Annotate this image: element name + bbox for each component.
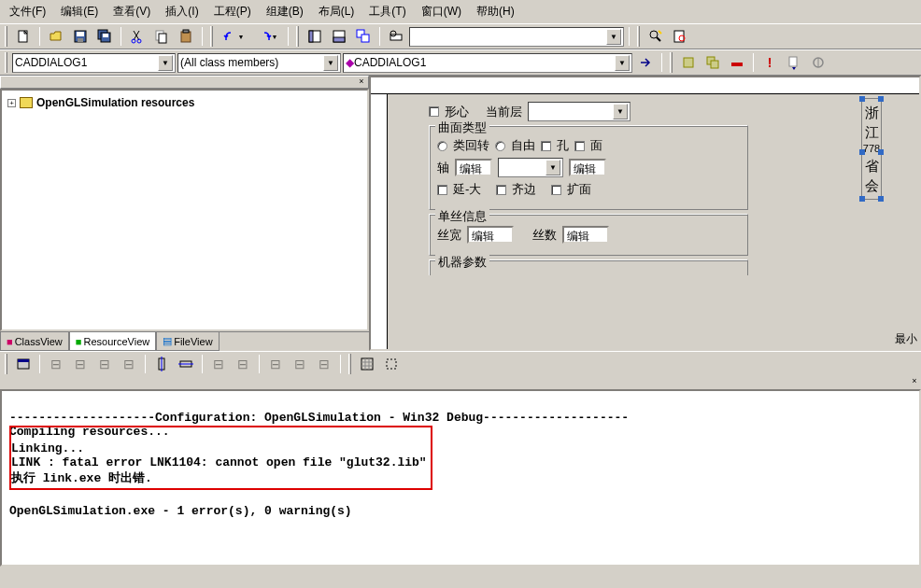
align-top-icon[interactable]: ⊟: [93, 354, 116, 374]
tab-fileview[interactable]: ▤FileView: [156, 332, 219, 351]
go-icon[interactable]: [783, 52, 805, 73]
menu-insert[interactable]: 插入(I): [160, 2, 204, 21]
resource-tree[interactable]: + OpenGLSimulation resources: [0, 89, 369, 331]
output-icon[interactable]: [328, 26, 350, 47]
menu-file[interactable]: 文件(F): [4, 2, 51, 21]
selection-handle[interactable]: [878, 196, 884, 202]
dropdown-arrow-icon[interactable]: ▼: [158, 55, 173, 71]
toolbar-grip[interactable]: [210, 26, 213, 47]
align-right-icon[interactable]: ⊟: [69, 354, 92, 374]
function-combo[interactable]: ◆ CADDIALOG1▼: [343, 53, 632, 73]
dropdown-arrow-icon[interactable]: ▼: [613, 104, 628, 119]
tab-classview[interactable]: ■ClassView: [0, 332, 69, 351]
menu-edit[interactable]: 编辑(E): [55, 2, 104, 21]
checkbox[interactable]: [551, 185, 561, 195]
menu-project[interactable]: 工程(P): [208, 2, 257, 21]
horizontal-ruler[interactable]: [371, 77, 919, 94]
goto-icon[interactable]: [634, 52, 657, 73]
dialog-preview[interactable]: 形心 当前层 ▼ 曲面类型 类回转 自由 孔 面 轴 编辑 ▼: [425, 94, 752, 283]
checkbox[interactable]: [496, 185, 506, 195]
toolbar-grip[interactable]: [5, 52, 7, 73]
breakpoint-icon[interactable]: [807, 52, 829, 73]
tab-resourceview[interactable]: ■ResourceView: [69, 332, 156, 351]
cut-icon[interactable]: [126, 26, 149, 47]
label: 孔: [557, 137, 569, 154]
members-combo[interactable]: (All class members)▼: [177, 53, 341, 73]
toolbar-grip[interactable]: [637, 26, 640, 47]
output-pane[interactable]: --------------------Configuration: OpenG…: [0, 389, 921, 567]
menu-help[interactable]: 帮助(H): [471, 2, 520, 21]
selection-handle[interactable]: [878, 96, 884, 102]
vertical-text-control[interactable]: 浙 江 778 省 会: [861, 98, 882, 200]
class-combo[interactable]: CADDIALOG1▼: [12, 53, 176, 73]
toggle-grid-icon[interactable]: [356, 354, 378, 374]
undo-icon[interactable]: ▼: [218, 26, 249, 47]
find-combo[interactable]: ▼: [409, 27, 624, 47]
build-icon[interactable]: [677, 52, 700, 73]
search-icon[interactable]: [669, 26, 691, 47]
redo-icon[interactable]: ▼: [251, 26, 283, 47]
svg-rect-6: [103, 34, 108, 37]
vertical-ruler[interactable]: [371, 94, 388, 349]
pane-close-icon[interactable]: ×: [355, 77, 368, 88]
selection-handle[interactable]: [859, 196, 865, 202]
stop-build-icon[interactable]: [726, 52, 748, 73]
center-vert-icon[interactable]: [150, 354, 173, 374]
new-file-icon[interactable]: [12, 26, 35, 47]
menu-window[interactable]: 窗口(W): [416, 2, 467, 21]
dropdown-arrow-icon[interactable]: ▼: [615, 55, 630, 71]
find-in-files-icon[interactable]: [645, 26, 667, 47]
toolbar-grip[interactable]: [296, 26, 299, 47]
build-all-icon[interactable]: [701, 52, 724, 73]
design-surface[interactable]: 形心 当前层 ▼ 曲面类型 类回转 自由 孔 面 轴 编辑 ▼: [388, 94, 919, 349]
paste-icon[interactable]: [175, 26, 197, 47]
window-list-icon[interactable]: [352, 26, 375, 47]
menu-build[interactable]: 组建(B): [261, 2, 309, 21]
dropdown-arrow-icon[interactable]: ▼: [323, 55, 338, 71]
combo[interactable]: ▼: [498, 158, 563, 177]
center-horiz-icon[interactable]: [175, 354, 197, 374]
checkbox[interactable]: [574, 141, 585, 151]
pane-close-icon[interactable]: ×: [908, 376, 921, 387]
expand-icon[interactable]: +: [7, 99, 16, 107]
test-dialog-icon[interactable]: [12, 354, 35, 374]
workspace-icon[interactable]: [304, 26, 326, 47]
save-icon[interactable]: [69, 26, 92, 47]
align-left-icon[interactable]: ⊟: [45, 354, 67, 374]
space-across-icon[interactable]: ⊟: [207, 354, 230, 374]
tree-root-item[interactable]: + OpenGLSimulation resources: [6, 94, 363, 111]
dropdown-arrow-icon[interactable]: ▼: [546, 160, 560, 175]
copy-icon[interactable]: [150, 26, 173, 47]
edit-field[interactable]: 编辑: [569, 159, 606, 176]
dropdown-arrow-icon[interactable]: ▼: [606, 29, 621, 45]
radio[interactable]: [437, 141, 447, 151]
find-icon[interactable]: [385, 26, 407, 47]
same-height-icon[interactable]: ⊟: [289, 354, 311, 374]
same-size-icon[interactable]: ⊟: [313, 354, 335, 374]
checkbox[interactable]: [541, 141, 551, 151]
toolbar-grip[interactable]: [670, 52, 673, 73]
checkbox[interactable]: [429, 106, 439, 117]
save-all-icon[interactable]: [93, 26, 116, 47]
layer-combo[interactable]: ▼: [528, 102, 631, 121]
menu-view[interactable]: 查看(V): [107, 2, 156, 21]
execute-icon[interactable]: !: [758, 52, 781, 73]
menu-layout[interactable]: 布局(L): [313, 2, 361, 21]
edit-field[interactable]: 编辑: [467, 226, 514, 244]
selection-handle[interactable]: [859, 96, 865, 102]
toolbar-grip[interactable]: [348, 354, 351, 374]
space-down-icon[interactable]: ⊟: [232, 354, 254, 374]
edit-field[interactable]: 编辑: [455, 159, 492, 176]
toolbar-grip[interactable]: [5, 26, 7, 47]
selection-handle[interactable]: [859, 149, 865, 155]
selection-handle[interactable]: [878, 149, 884, 155]
toolbar-grip[interactable]: [5, 354, 7, 374]
edit-field[interactable]: 编辑: [562, 226, 609, 244]
toggle-guides-icon[interactable]: [380, 354, 403, 374]
align-bottom-icon[interactable]: ⊟: [118, 354, 140, 374]
same-width-icon[interactable]: ⊟: [264, 354, 287, 374]
menu-tools[interactable]: 工具(T): [363, 2, 411, 21]
checkbox[interactable]: [437, 185, 447, 195]
open-icon[interactable]: [45, 26, 67, 47]
radio[interactable]: [495, 141, 505, 151]
